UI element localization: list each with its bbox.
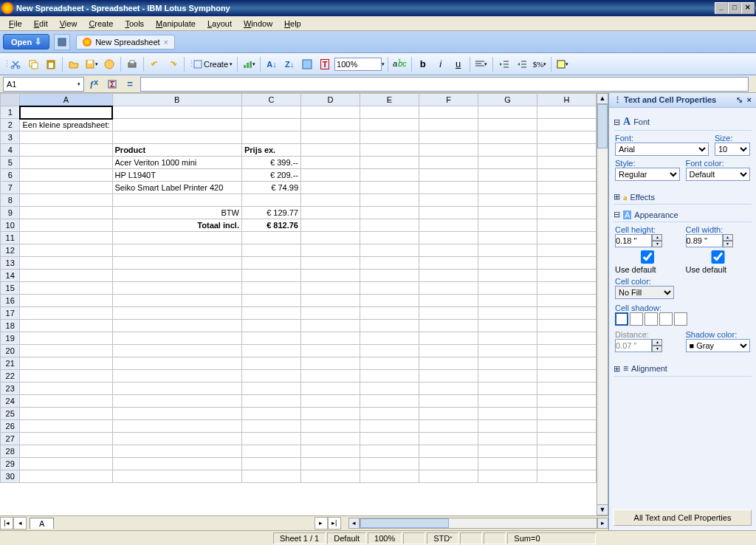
alignment-section-header[interactable]: ⊞ ≡ Alignment [614,361,752,377]
undo-button[interactable] [147,56,163,72]
open-file-button[interactable] [66,56,82,72]
cell[interactable]: Seiko Smart Label Printer 420 [112,182,241,194]
row-header[interactable]: 29 [1,458,20,470]
text-tool-button[interactable]: T [317,56,333,72]
cell[interactable]: Prijs ex. [241,144,300,157]
row-header[interactable]: 12 [1,244,20,257]
row-header[interactable]: 20 [1,345,20,357]
status-sum[interactable]: Sum=0 [507,532,596,544]
effects-section-header[interactable]: ⊞ a Effects [614,190,752,205]
shadowcolor-select[interactable]: ■ Gray [686,339,751,352]
sum-button[interactable]: Σ [105,77,120,92]
col-header-c[interactable]: C [241,94,300,106]
format-cells-button[interactable] [299,56,315,72]
paste-button[interactable] [43,56,59,72]
row-header[interactable]: 11 [1,232,20,244]
currency-button[interactable]: $%▾ [532,56,549,72]
print-button[interactable] [124,56,140,72]
row-header[interactable]: 2 [1,119,20,131]
underline-button[interactable]: u [450,56,467,72]
scroll-right-icon[interactable]: ▸ [597,518,608,529]
grid[interactable]: A B C D E F G H 1 2Een kleine spreadshee… [0,93,597,515]
spin-down-icon[interactable]: ▾ [652,241,662,247]
save-button[interactable]: ▾ [83,56,100,72]
open-button[interactable]: Open ⇩ [3,34,49,49]
font-select[interactable]: Arial [615,143,709,156]
row-header[interactable]: 27 [1,433,20,445]
font-color-select[interactable]: Default [686,168,751,181]
row-header[interactable]: 8 [1,194,20,207]
shadow-none[interactable] [615,312,628,326]
menu-view[interactable]: View [54,18,83,30]
menu-tools[interactable]: Tools [119,18,150,30]
row-header[interactable]: 19 [1,332,20,345]
row-header[interactable]: 16 [1,295,20,307]
zoom-input[interactable] [334,58,382,71]
all-properties-button[interactable]: All Text and Cell Properties [614,510,752,526]
sort-desc-button[interactable]: Z↓ [281,56,298,72]
web-button[interactable] [101,56,117,72]
sheet-first-button[interactable]: |◂ [0,517,13,529]
col-header-a[interactable]: A [20,94,112,106]
shadow-opt[interactable] [659,312,673,326]
row-header[interactable]: 4 [1,144,20,157]
cell[interactable]: € 399.-- [241,157,300,169]
bold-button[interactable]: b [415,56,431,72]
row-header[interactable]: 15 [1,282,20,295]
vertical-scrollbar[interactable]: ▲ ▼ [597,93,608,515]
redo-button[interactable] [165,56,181,72]
row-header[interactable]: 23 [1,383,20,395]
cell[interactable] [241,106,300,119]
cell[interactable]: Acer Veriton 1000 mini [112,157,241,169]
size-select[interactable]: 10 [715,143,750,156]
formula-input[interactable] [140,77,749,92]
row-header[interactable]: 28 [1,445,20,458]
menu-help[interactable]: Help [278,18,307,30]
row-header[interactable]: 5 [1,157,20,169]
equals-button[interactable]: = [123,77,137,92]
pin-icon[interactable]: ⤡ [736,95,743,104]
shadow-opt[interactable] [630,312,643,326]
cellcolor-select[interactable]: No Fill [615,286,674,299]
align-button[interactable]: ▾ [473,56,489,72]
height-default-checkbox[interactable] [615,250,680,264]
row-header[interactable]: 13 [1,257,20,270]
shadow-opt[interactable] [674,312,687,326]
row-header[interactable]: 14 [1,270,20,282]
minimize-button[interactable]: _ [715,2,728,14]
close-panel-icon[interactable]: × [747,95,752,104]
height-input[interactable] [615,234,652,247]
cell[interactable]: Totaal incl. [112,219,241,232]
col-header-e[interactable]: E [360,94,419,106]
status-mode[interactable]: STD * [427,532,458,544]
spin-up-icon[interactable]: ▴ [652,234,662,241]
sort-asc-button[interactable]: A↓ [264,56,280,72]
sheet-last-button[interactable]: ▸| [328,517,341,529]
copy-button[interactable] [25,56,41,72]
scroll-left-icon[interactable]: ◂ [348,518,360,529]
cell[interactable]: € 74.99 [241,182,300,194]
status-zoom[interactable]: 100% [368,532,402,544]
row-header[interactable]: 17 [1,307,20,320]
spin-up-icon[interactable]: ▴ [723,234,733,241]
sheet-tab[interactable]: A [30,518,54,529]
row-header[interactable]: 26 [1,420,20,433]
indent-inc-button[interactable] [514,56,530,72]
col-header-g[interactable]: G [478,94,537,106]
menu-edit[interactable]: Edit [28,18,54,30]
row-header[interactable]: 24 [1,395,20,408]
cell[interactable]: BTW [112,207,241,219]
scroll-down-icon[interactable]: ▼ [597,504,608,515]
cell[interactable]: HP L1940T [112,169,241,182]
row-header[interactable]: 30 [1,470,20,483]
menu-create[interactable]: Create [83,18,119,30]
row-header[interactable]: 1 [1,106,20,119]
cell[interactable]: € 209.-- [241,169,300,182]
row-header[interactable]: 22 [1,370,20,383]
col-header-d[interactable]: D [301,94,360,106]
maximize-button[interactable]: □ [728,2,741,14]
width-input[interactable] [686,234,723,247]
menu-layout[interactable]: Layout [202,18,238,30]
cell[interactable]: € 129.77 [241,207,300,219]
select-all-corner[interactable] [1,94,20,106]
